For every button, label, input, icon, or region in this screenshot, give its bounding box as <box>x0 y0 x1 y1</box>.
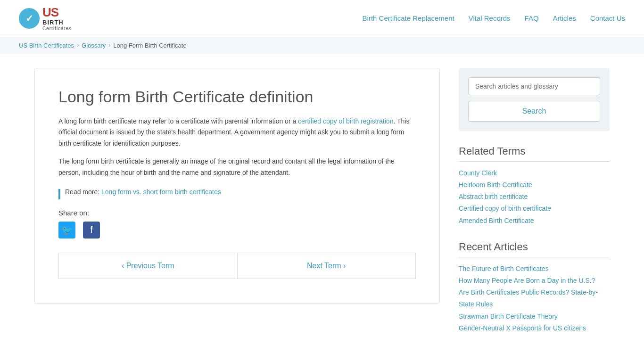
related-term-amended[interactable]: Amended Birth Certificate <box>459 215 610 227</box>
search-button[interactable]: Search <box>468 101 600 122</box>
header: ✓ US BIRTH Certificates Birth Certificat… <box>0 0 644 37</box>
nav-faq[interactable]: FAQ <box>525 14 539 22</box>
paragraph-1: A long form birth certificate may refer … <box>58 116 416 149</box>
search-box: Search <box>459 68 610 131</box>
paragraph-2: The long form birth certificate is gener… <box>58 156 416 179</box>
search-input[interactable] <box>468 77 600 95</box>
breadcrumb-home[interactable]: US Birth Certificates <box>19 42 74 49</box>
content-area: Long form Birth Certificate definition A… <box>34 68 440 304</box>
breadcrumb-sep-2: › <box>108 42 110 49</box>
nav-contact-us[interactable]: Contact Us <box>590 14 625 22</box>
twitter-share-button[interactable]: 🐦 <box>58 222 75 239</box>
logo-us: US <box>42 6 72 19</box>
read-more-bar <box>58 189 60 199</box>
share-icons: 🐦 f <box>58 222 416 239</box>
nav-vital-records[interactable]: Vital Records <box>469 14 511 22</box>
logo: ✓ US BIRTH Certificates <box>19 6 72 31</box>
read-more-link[interactable]: Long form vs. short form birth certifica… <box>101 188 221 196</box>
logo-checkmark: ✓ <box>19 8 40 29</box>
recent-articles-title: Recent Articles <box>459 241 610 257</box>
read-more-text: Read more: Long form vs. short form birt… <box>65 188 221 196</box>
related-term-certified-copy[interactable]: Certified copy of birth certificate <box>459 203 610 214</box>
related-term-abstract[interactable]: Abstract birth certificate <box>459 191 610 203</box>
main-wrapper: Long form Birth Certificate definition A… <box>16 54 628 348</box>
recent-articles-section: Recent Articles The Future of Birth Cert… <box>459 241 610 334</box>
article-gender-neutral[interactable]: Gender-Neutral X Passports for US citize… <box>459 322 610 334</box>
certified-copy-link[interactable]: certified copy of birth registration <box>298 117 393 125</box>
page-title: Long form Birth Certificate definition <box>58 87 416 107</box>
logo-birth: BIRTH <box>42 19 72 26</box>
logo-certificates: Certificates <box>42 26 72 31</box>
previous-term-button[interactable]: ‹ Previous Term <box>58 253 237 279</box>
share-label: Share on: <box>58 209 416 217</box>
nav-articles[interactable]: Articles <box>553 14 576 22</box>
related-term-heirloom[interactable]: Heirloom Birth Certificate <box>459 179 610 191</box>
next-term-button[interactable]: Next Term › <box>237 253 416 279</box>
facebook-share-button[interactable]: f <box>83 222 100 239</box>
related-terms-title: Related Terms <box>459 145 610 162</box>
breadcrumb: US Birth Certificates › Glossary › Long … <box>0 37 644 54</box>
nav-buttons: ‹ Previous Term Next Term › <box>58 253 416 279</box>
logo-text: US BIRTH Certificates <box>42 6 72 31</box>
article-strawman[interactable]: Strawman Birth Certificate Theory <box>459 311 610 322</box>
main-nav: Birth Certificate Replacement Vital Reco… <box>363 14 625 22</box>
read-more-block: Read more: Long form vs. short form birt… <box>58 188 416 199</box>
article-future-birth-certs[interactable]: The Future of Birth Certificates <box>459 263 610 275</box>
share-section: Share on: 🐦 f <box>58 209 416 239</box>
breadcrumb-current: Long Form Birth Certificate <box>113 42 186 49</box>
article-born-a-day[interactable]: How Many People Are Born a Day in the U.… <box>459 275 610 287</box>
nav-birth-certificate-replacement[interactable]: Birth Certificate Replacement <box>363 14 454 22</box>
related-term-county-clerk[interactable]: County Clerk <box>459 167 610 179</box>
sidebar: Search Related Terms County Clerk Heirlo… <box>459 68 610 334</box>
breadcrumb-sep-1: › <box>77 42 79 49</box>
related-terms-section: Related Terms County Clerk Heirloom Birt… <box>459 145 610 227</box>
breadcrumb-glossary[interactable]: Glossary <box>82 42 106 49</box>
article-public-records[interactable]: Are Birth Certificates Public Records? S… <box>459 287 610 310</box>
